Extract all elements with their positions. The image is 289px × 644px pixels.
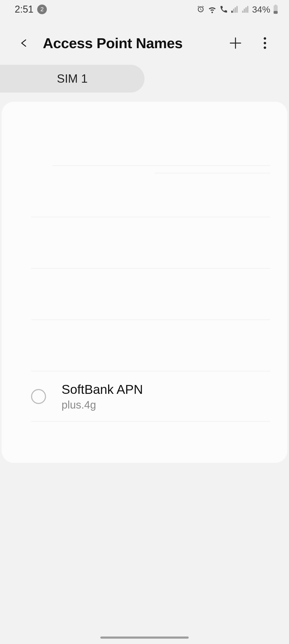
apn-item[interactable] xyxy=(31,217,270,268)
apn-card: SoftBank APN plus.4g xyxy=(2,102,287,463)
status-bar: 2:51 2 34% xyxy=(0,0,289,19)
svg-rect-1 xyxy=(275,5,276,6)
wifi-calling-icon xyxy=(219,5,228,14)
sim-tab[interactable]: SIM 1 xyxy=(0,65,144,93)
apn-radio[interactable] xyxy=(31,389,46,404)
status-left: 2:51 2 xyxy=(15,4,47,15)
apn-list: SoftBank APN plus.4g xyxy=(2,115,287,422)
signal-2-icon xyxy=(241,5,249,13)
apn-item[interactable]: SoftBank APN plus.4g xyxy=(31,371,270,422)
apn-texts xyxy=(52,123,270,159)
app-header: Access Point Names xyxy=(0,19,289,65)
battery-percentage: 34% xyxy=(252,4,270,15)
wifi-icon xyxy=(208,5,217,14)
chevron-left-icon xyxy=(19,37,29,49)
home-indicator[interactable] xyxy=(100,637,189,639)
svg-point-5 xyxy=(264,47,266,49)
header-actions xyxy=(227,35,273,51)
status-right: 34% xyxy=(196,4,278,15)
plus-icon xyxy=(229,36,242,50)
more-vertical-icon xyxy=(263,37,267,49)
apn-item[interactable] xyxy=(31,268,270,319)
svg-rect-2 xyxy=(274,11,278,14)
apn-item[interactable] xyxy=(31,319,270,371)
divider-segment xyxy=(155,173,270,173)
apn-texts xyxy=(31,225,270,261)
apn-texts xyxy=(31,327,270,364)
alarm-icon xyxy=(196,5,205,14)
status-time: 2:51 xyxy=(15,4,33,15)
apn-item[interactable] xyxy=(52,115,270,166)
battery-icon xyxy=(273,5,278,14)
apn-texts xyxy=(31,173,270,210)
signal-1-icon xyxy=(231,5,239,13)
add-button[interactable] xyxy=(227,35,244,51)
svg-point-3 xyxy=(264,37,266,40)
apn-subtitle: plus.4g xyxy=(62,399,270,411)
apn-texts: SoftBank APN plus.4g xyxy=(62,382,270,411)
page-title: Access Point Names xyxy=(43,35,217,51)
more-button[interactable] xyxy=(257,35,273,51)
svg-point-4 xyxy=(264,42,266,44)
apn-item[interactable] xyxy=(31,166,270,217)
back-button[interactable] xyxy=(16,35,32,51)
notification-count-badge: 2 xyxy=(37,5,47,14)
apn-name: SoftBank APN xyxy=(62,382,270,397)
sim-tab-label: SIM 1 xyxy=(57,72,88,85)
apn-texts xyxy=(31,276,270,313)
